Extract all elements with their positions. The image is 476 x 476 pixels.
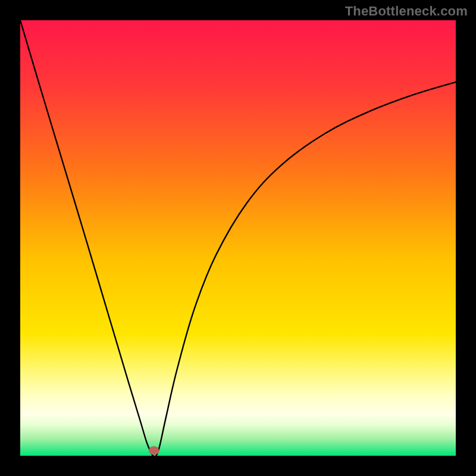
chart-frame: TheBottleneck.com <box>0 0 476 476</box>
chart-svg <box>20 20 456 456</box>
plot-area <box>20 20 456 456</box>
minimum-marker <box>149 446 159 455</box>
watermark-text: TheBottleneck.com <box>345 4 468 19</box>
